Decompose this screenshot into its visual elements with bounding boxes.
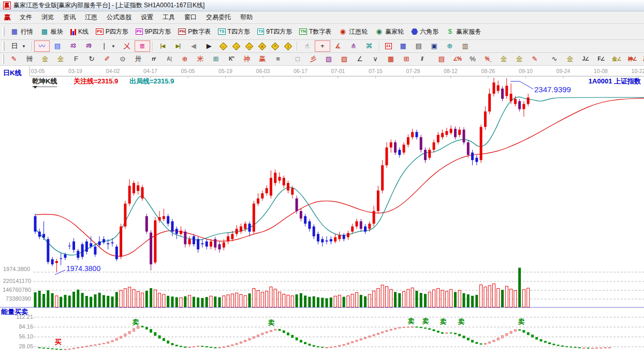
tool-gold-grid-1[interactable]: 金 [37, 53, 53, 65]
menu-item-1[interactable]: 浏览 [37, 12, 58, 22]
winner-service-button[interactable]: $赢家服务 [442, 26, 485, 38]
menu-item-5[interactable]: 设置 [136, 12, 158, 22]
toolbar-drag-handle[interactable] [2, 41, 5, 51]
pattern-mark-icon[interactable]: 㐅 [119, 40, 135, 52]
menu-item-9[interactable]: 帮助 [236, 12, 257, 22]
pan-hand-icon[interactable]: ☝ [299, 40, 315, 52]
candle-style-selector[interactable]: ∣▼ [96, 40, 119, 52]
gann-wheel-button[interactable]: ◉江恩轮 [335, 26, 371, 38]
tool-grid-red[interactable]: ▦ [383, 53, 399, 65]
volume-profile-icon[interactable]: ≣ [135, 40, 150, 52]
diamond-star-icon[interactable]: * [269, 42, 282, 51]
workstation-icon[interactable]: ▥ [458, 40, 473, 52]
maze-tool-icon[interactable]: ⌘ [361, 40, 377, 52]
diamond-expand-icon[interactable]: ↔ [243, 42, 256, 51]
step-forward-icon[interactable]: ▶ [201, 40, 217, 52]
nine-p-square-button[interactable]: P99P四方形 [132, 26, 174, 38]
tool-shen-grid[interactable]: 神 [239, 53, 255, 65]
angle-measure-icon[interactable]: ∡ [330, 40, 346, 52]
tool-angle-lines[interactable]: ∠ [352, 53, 368, 65]
crosshair-icon[interactable]: + [315, 40, 330, 52]
model-dropdown-icon[interactable] [33, 86, 37, 89]
first-page-icon[interactable]: |◀ [155, 40, 170, 52]
tool-gold-circle[interactable]: 金 [496, 53, 511, 65]
kline-button[interactable]: K线 [67, 26, 92, 38]
step-back-icon[interactable]: ◀ [186, 40, 201, 52]
kline-chart-canvas[interactable]: 03-0503-1904-0204-1705-0505-1906-0306-17… [0, 66, 644, 354]
menu-item-0[interactable]: 文件 [15, 12, 37, 22]
quotes-button[interactable]: ▦行情 [7, 26, 37, 38]
diamond-left-icon[interactable]: ← [217, 42, 230, 51]
tool-zigzag[interactable]: ∨ [368, 53, 383, 65]
tool-star-grid[interactable]: 米 [193, 53, 208, 65]
period-selector[interactable]: 日▼ [7, 40, 30, 52]
tool-wave[interactable]: ∿ [547, 53, 562, 65]
tool-j-angle[interactable]: J∠ [578, 53, 593, 65]
tool-red-pen[interactable]: ✐ [99, 53, 115, 65]
tool-ruler[interactable]: ≡ [270, 53, 286, 65]
note-panel-icon[interactable]: ▤ [50, 40, 65, 52]
tool-gold-line[interactable]: 金 [511, 53, 527, 65]
tool-fib-levels[interactable]: ▤ [434, 53, 449, 65]
tool-time-circle[interactable]: ⊙ [115, 53, 130, 65]
chart-area[interactable]: 03-0503-1904-0204-1705-0505-1906-0306-17… [0, 66, 644, 354]
nine-t-square-button[interactable]: T99T四方形 [254, 26, 296, 38]
tool-ying-angle[interactable]: 赢∠ [640, 53, 644, 65]
scribble-line-icon[interactable]: 〰 [34, 40, 50, 52]
gann-tool-icon[interactable]: ⋔ [346, 40, 361, 52]
period-label[interactable]: 日K线 [3, 68, 21, 78]
calendar-icon[interactable]: 21 [382, 41, 396, 51]
t-number-table-button[interactable]: TNT数字表 [296, 26, 335, 38]
tool-grid-arrow[interactable]: ⊞ [399, 53, 414, 65]
hexagon-button[interactable]: 六角形 [407, 26, 442, 38]
calculator-icon[interactable]: ▦ [396, 40, 411, 52]
tool-ying-grid[interactable]: 赢 [255, 53, 270, 65]
tool-f-angle[interactable]: F∠ [593, 53, 609, 65]
toolbar-drag-handle[interactable] [2, 27, 5, 36]
menu-item-8[interactable]: 交易委托 [201, 12, 236, 22]
tool-mirror-line[interactable]: A∣ [162, 53, 177, 65]
tool-count-grid[interactable]: 卅 [130, 53, 146, 65]
model-selector[interactable]: 乾坤K线 [32, 77, 57, 87]
menu-item-3[interactable]: 江恩 [80, 12, 102, 22]
diamond-cross-icon[interactable]: x [256, 42, 269, 51]
menu-item-6[interactable]: 工具 [158, 12, 180, 22]
tool-box-diagonal[interactable]: ▧ [336, 53, 352, 65]
tool-square-grid[interactable]: ⊞ [208, 53, 224, 65]
t-square-button[interactable]: TST四方形 [214, 26, 254, 38]
tool-shen-angle[interactable]: 神∠ [624, 53, 640, 65]
tool-gold-channel[interactable]: 金 [562, 53, 578, 65]
tool-percent-line[interactable]: %_ [480, 53, 496, 65]
p-square-button[interactable]: PSP四方形 [92, 26, 132, 38]
web-update-icon[interactable]: ⊕ [442, 40, 458, 52]
tool-box[interactable]: □ [290, 53, 305, 65]
tool-n-square[interactable]: n² [146, 53, 162, 65]
menu-item-7[interactable]: 窗口 [180, 12, 201, 22]
tool-kline-mark[interactable]: K" [224, 53, 239, 65]
tool-rays[interactable]: 彡 [305, 53, 321, 65]
winner-wheel-button[interactable]: ◉赢家轮 [371, 26, 407, 38]
menu-item-4[interactable]: 公式选股 [102, 12, 136, 22]
tool-gold-grid-2[interactable]: 金 [53, 53, 68, 65]
tool-brush[interactable]: ✎ [527, 53, 543, 65]
p-number-table-button[interactable]: PNP数字表 [174, 26, 214, 38]
tool-trend-pen[interactable]: ✎ [6, 53, 22, 65]
tool-percent[interactable]: % [465, 53, 480, 65]
diamond-vertical-icon[interactable]: ↕ [282, 42, 295, 51]
diamond-right-icon[interactable]: → [230, 42, 243, 51]
tool-percent-zone[interactable]: ∠% [449, 53, 465, 65]
tool-spiral[interactable]: ↻ [84, 53, 99, 65]
sectors-button[interactable]: ▩板块 [37, 26, 67, 38]
menu-item-2[interactable]: 资讯 [58, 12, 80, 22]
tool-gold-angle[interactable]: 金∠ [609, 53, 624, 65]
tool-circle-cross[interactable]: ⊕ [177, 53, 193, 65]
bars-3-icon[interactable]: #3 [65, 40, 81, 52]
notes-icon[interactable]: ▤ [411, 40, 427, 52]
last-page-icon[interactable]: ▶| [170, 40, 186, 52]
save-icon[interactable]: ▣ [427, 40, 442, 52]
toolbar-drag-handle[interactable] [2, 54, 4, 64]
bars-9-icon[interactable]: #9 [81, 40, 96, 52]
tool-f-grid[interactable]: F [68, 53, 84, 65]
tool-time-grid[interactable]: 卌 [22, 53, 37, 65]
tool-parallel-lines[interactable]: // [414, 53, 430, 65]
